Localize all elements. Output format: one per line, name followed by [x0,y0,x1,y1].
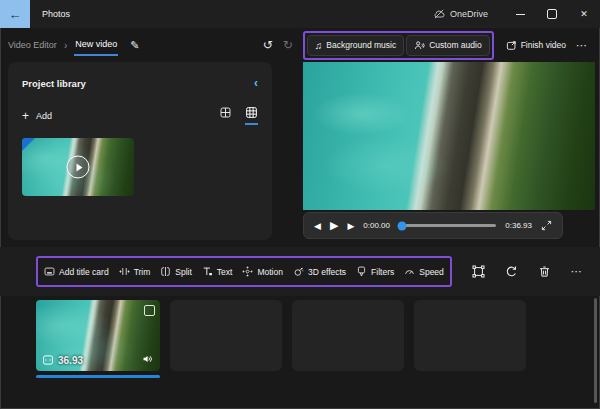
onedrive-label: OneDrive [450,9,488,19]
next-frame-button[interactable]: ▶ [347,221,354,231]
breadcrumb-video-editor[interactable]: Video Editor [8,40,57,50]
maximize-icon [547,9,557,19]
titlebar-right: OneDrive ✕ [433,0,600,28]
timeline-clip[interactable]: 36.93 [36,300,160,371]
selected-corner-flag [22,138,35,151]
text-button[interactable]: Text [197,259,238,284]
export-video-icon [506,40,517,51]
speaker-icon [142,353,154,365]
seek-slider[interactable] [399,224,496,227]
finish-video-button[interactable]: Finish video [502,36,570,55]
plus-icon: + [22,111,29,121]
3d-effects-button[interactable]: 3D effects [288,259,351,284]
filters-label: Filters [371,267,394,277]
small-grid-view-button[interactable] [245,106,258,125]
trim-button[interactable]: Trim [114,259,156,284]
clip-selected-underline [36,375,160,378]
person-audio-icon [414,40,425,51]
rotate-icon[interactable] [505,265,518,278]
motion-button[interactable]: Motion [237,259,288,284]
project-library-panel: Project library ‹ + Add [8,62,272,240]
cloud-offline-icon [433,8,445,20]
background-music-button[interactable]: ♫ Background music [307,35,404,56]
back-icon: ← [9,7,22,22]
timeline-scrollbar[interactable] [594,298,597,403]
add-title-card-button[interactable]: Add title card [39,259,114,284]
chevron-right-icon: › [64,40,67,51]
maximize-button[interactable] [536,0,568,28]
3d-effects-label: 3D effects [308,267,346,277]
redo-button[interactable]: ↻ [283,38,293,52]
speed-label: Speed [419,267,444,277]
play-triangle [76,163,82,171]
clip-actions: ⋯ [472,265,583,278]
project-library-header: Project library ‹ [22,76,258,90]
add-label: Add [36,111,52,121]
highlight-box-audio-tools: ♫ Background music Custom audio [303,31,494,60]
speed-icon [404,266,415,277]
clip-select-box-icon[interactable] [144,305,155,316]
library-video-thumbnail[interactable] [22,138,134,196]
title-card-icon [44,266,55,277]
edit-toolbar-strip: Add title card Trim Split Text [0,247,600,296]
project-library-title: Project library [22,78,86,89]
text-icon [202,266,213,277]
split-label: Split [175,267,192,277]
app-title: Photos [42,9,70,19]
clip-duration: 36.93 [58,355,83,366]
music-note-icon: ♫ [315,40,323,51]
large-grid-view-button[interactable] [219,106,232,125]
grid-small-icon [245,106,258,119]
delete-icon[interactable] [538,265,551,278]
more-clip-options-button[interactable]: ⋯ [571,265,583,278]
command-bar: Video Editor › New video ✎ ↺ ↻ ♫ Backgro… [0,28,600,62]
filters-icon [356,266,367,277]
current-time: 0:00.00 [363,221,390,230]
trim-icon [119,266,130,277]
empty-timeline-slot[interactable] [292,300,404,371]
previous-frame-button[interactable]: ◀ [314,221,321,231]
more-options-button[interactable]: ⋯ [576,39,588,52]
play-overlay-icon[interactable] [67,156,90,179]
empty-timeline-slot[interactable] [170,300,282,371]
film-frame-icon [42,354,54,366]
video-preview[interactable] [303,62,595,210]
onedrive-status[interactable]: OneDrive [433,8,488,20]
speed-button[interactable]: Speed [399,259,449,284]
rename-pencil-icon[interactable]: ✎ [130,39,139,52]
finish-video-label: Finish video [521,40,566,50]
custom-audio-button[interactable]: Custom audio [406,35,489,56]
fullscreen-icon[interactable] [541,220,552,231]
undo-button[interactable]: ↺ [263,38,273,52]
play-button[interactable]: ▶ [330,219,338,232]
minimize-button[interactable] [504,0,536,28]
resize-frame-icon[interactable] [472,265,485,278]
3d-effects-icon [293,266,304,277]
project-library-toolbar: + Add [22,106,258,125]
collapse-panel-chevron[interactable]: ‹ [254,76,258,90]
back-button[interactable]: ← [0,0,30,28]
add-media-button[interactable]: + Add [22,111,52,121]
motion-label: Motion [257,267,283,277]
filters-button[interactable]: Filters [351,259,399,284]
minimize-icon [516,14,525,15]
empty-timeline-slot[interactable] [414,300,526,371]
photos-app-window: ← Photos OneDrive ✕ Video Editor › New v… [0,0,600,409]
add-title-card-label: Add title card [59,267,109,277]
clip-audio-indicator[interactable] [142,353,154,365]
background-music-label: Background music [326,40,396,50]
playback-controls: ◀ ▶ ▶ 0:00.00 0:36.93 [303,212,563,239]
trim-label: Trim [134,267,151,277]
split-button[interactable]: Split [155,259,197,284]
timeline-clip-wrapper: 36.93 [36,300,160,378]
view-toggles [219,106,258,125]
text-label: Text [217,267,233,277]
breadcrumb-project-name[interactable]: New video [74,35,118,56]
highlight-box-edit-toolbar: Add title card Trim Split Text [36,256,452,287]
total-time: 0:36.93 [505,221,532,230]
seek-knob[interactable] [397,221,406,230]
motion-icon [242,266,253,277]
close-icon: ✕ [580,9,588,19]
close-button[interactable]: ✕ [568,0,600,28]
timeline: 36.93 [36,300,526,378]
